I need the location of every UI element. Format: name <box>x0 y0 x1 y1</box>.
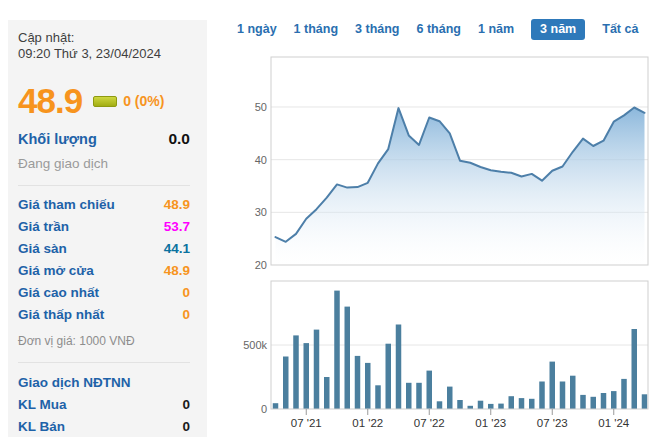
volume-bar <box>334 291 340 409</box>
last-updated-label: Cập nhật: <box>18 30 190 46</box>
volume-bar <box>478 401 484 409</box>
last-updated: Cập nhật: 09:20 Thứ 3, 23/04/2024 <box>18 30 190 62</box>
volume-bar <box>314 330 320 409</box>
foreign-row-0: KL Mua0 <box>18 394 190 416</box>
price-row-2-value: 44.1 <box>164 238 190 260</box>
price-ytick-label: 30 <box>255 206 267 218</box>
xtick-label: 01 '22 <box>352 417 383 429</box>
price-ytick-label: 40 <box>255 154 267 166</box>
change-direction-badge <box>93 96 117 107</box>
volume-bar <box>519 398 525 409</box>
foreign-trading-title: Giao dịch NĐTNN <box>18 372 190 394</box>
volume-bar <box>447 387 453 409</box>
price-row-3-label: Giá mở cửa <box>18 260 94 282</box>
price-row-4-value: 0 <box>182 282 190 304</box>
volume-bar <box>386 344 392 409</box>
current-price: 48.9 <box>18 84 82 118</box>
price-change: 0 (0%) <box>123 93 164 109</box>
price-row-3: Giá mở cửa48.9 <box>18 260 190 282</box>
volume-bar <box>375 385 381 409</box>
volume-bar <box>396 325 402 410</box>
volume-bar <box>570 376 576 409</box>
volume-ytick-label: 0 <box>261 403 267 415</box>
volume-bar <box>416 383 422 409</box>
price-row-1-value: 53.7 <box>164 216 190 238</box>
range-tab-tất-cả[interactable]: Tất cả <box>602 22 638 36</box>
foreign-row-0-value: 0 <box>182 394 190 416</box>
price-area-plot: 20304050 <box>255 57 648 271</box>
price-volume-chart[interactable]: 20304050 0500k07 '2101 '2207 '2201 '2307… <box>240 50 650 437</box>
price-ytick-label: 50 <box>255 101 267 113</box>
quote-panel: Cập nhật: 09:20 Thứ 3, 23/04/2024 48.9 0… <box>8 20 207 437</box>
volume-bar <box>591 397 597 409</box>
xtick-label: 07 '22 <box>414 417 445 429</box>
price-row-5-value: 0 <box>182 304 190 326</box>
range-tab-6-tháng[interactable]: 6 tháng <box>417 22 461 36</box>
volume-value: 0.0 <box>168 130 190 148</box>
foreign-row-1-value: 0 <box>182 416 190 437</box>
price-row-4: Giá cao nhất0 <box>18 282 190 304</box>
volume-bar <box>406 383 412 409</box>
trading-status: Đang giao dịch <box>18 156 190 171</box>
range-tab-1-ngày[interactable]: 1 ngày <box>237 22 277 36</box>
volume-bar <box>273 403 279 409</box>
foreign-row-0-label: KL Mua <box>18 394 67 416</box>
volume-bar <box>365 363 371 409</box>
price-row-2-label: Giá sàn <box>18 238 67 260</box>
xtick-label: 01 '24 <box>598 417 630 429</box>
range-tab-3-năm[interactable]: 3 năm <box>531 19 585 40</box>
volume-bar <box>283 357 289 410</box>
volume-bar <box>550 362 556 409</box>
price-area-fill <box>276 108 645 266</box>
xtick-label: 01 '23 <box>475 417 506 429</box>
volume-bar <box>498 404 504 409</box>
price-row-0-label: Giá tham chiếu <box>18 194 115 216</box>
price-row-1: Giá trần53.7 <box>18 216 190 238</box>
foreign-row-1-label: KL Bán <box>18 416 65 437</box>
price-info-rows: Giá tham chiếu48.9Giá trần53.7Giá sàn44.… <box>18 194 190 326</box>
price-row-3-value: 48.9 <box>164 260 190 282</box>
price-row-5: Giá thấp nhất0 <box>18 304 190 326</box>
volume-bar <box>427 371 433 409</box>
price-row-4-label: Giá cao nhất <box>18 282 99 304</box>
price-row-0-value: 48.9 <box>164 194 190 216</box>
volume-bar <box>488 404 494 409</box>
price-row-0: Giá tham chiếu48.9 <box>18 194 190 216</box>
foreign-trading-rows: KL Mua0KL Bán0 <box>18 394 190 437</box>
xtick-label: 07 '23 <box>537 417 568 429</box>
range-tab-1-năm[interactable]: 1 năm <box>478 22 514 36</box>
volume-label: Khối lượng <box>18 131 97 147</box>
volume-bar <box>539 382 545 410</box>
volume-bar-plot: 0500k07 '2101 '2207 '2201 '2307 '2301 '2… <box>243 281 648 429</box>
volume-bar <box>457 400 463 409</box>
volume-bar <box>293 335 299 409</box>
price-row-2: Giá sàn44.1 <box>18 238 190 260</box>
foreign-row-1: KL Bán0 <box>18 416 190 437</box>
range-tab-1-tháng[interactable]: 1 tháng <box>294 22 338 36</box>
price-row-1-label: Giá trần <box>18 216 69 238</box>
divider <box>18 185 190 186</box>
volume-bar <box>355 356 361 409</box>
divider <box>18 362 190 363</box>
price-unit-note: Đơn vị giá: 1000 VNĐ <box>18 334 190 348</box>
volume-bar <box>642 394 648 409</box>
volume-bar <box>437 401 443 409</box>
volume-bar <box>529 399 535 409</box>
volume-bar <box>509 396 515 409</box>
volume-bar <box>601 393 607 409</box>
volume-bar <box>324 377 330 409</box>
current-price-row: 48.9 0 (0%) <box>18 84 190 118</box>
volume-bar <box>560 382 566 410</box>
range-selector: 1 ngày1 tháng3 tháng6 tháng1 năm3 nămTất… <box>237 17 650 41</box>
volume-bar <box>580 395 586 409</box>
price-ytick-label: 20 <box>255 259 267 271</box>
volume-row: Khối lượng 0.0 <box>18 130 190 148</box>
volume-bar <box>304 343 310 409</box>
volume-bar <box>611 391 617 409</box>
last-updated-time: 09:20 Thứ 3, 23/04/2024 <box>18 46 190 62</box>
volume-bar <box>621 379 627 409</box>
range-tab-3-tháng[interactable]: 3 tháng <box>355 22 399 36</box>
volume-bar <box>632 329 638 409</box>
volume-ytick-label: 500k <box>243 339 267 351</box>
xtick-label: 07 '21 <box>291 417 322 429</box>
